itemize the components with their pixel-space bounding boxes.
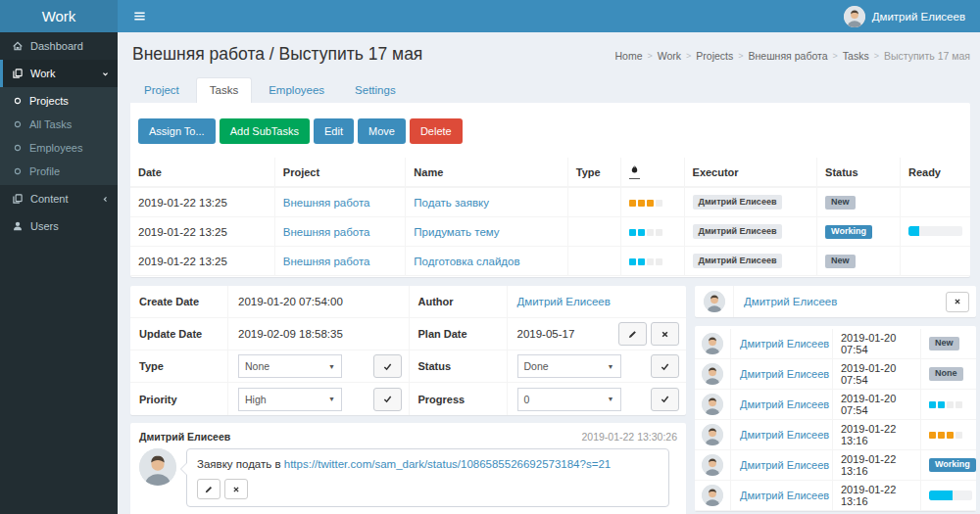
sidebar-item-employees[interactable]: Employees: [0, 136, 118, 160]
history-user-link[interactable]: Дмитрий Елисеев: [731, 329, 833, 358]
comment-text: Заявку подать в: [197, 458, 284, 470]
brand-logo[interactable]: Work: [0, 0, 118, 32]
breadcrumb-item[interactable]: Work: [658, 50, 681, 62]
user-name: Дмитрий Елисеев: [872, 11, 965, 23]
user-menu[interactable]: Дмитрий Елисеев: [829, 0, 980, 32]
confirm-button[interactable]: [651, 354, 679, 378]
breadcrumb-separator: >: [686, 51, 691, 61]
sidebar-item-users[interactable]: Users: [0, 212, 118, 240]
breadcrumb-item[interactable]: Внешняя работа: [749, 50, 828, 62]
avatar: [702, 454, 723, 476]
confirm-button[interactable]: [373, 388, 402, 411]
breadcrumb-item[interactable]: Projects: [696, 50, 733, 62]
detail-row-type: TypeNone▼: [130, 350, 409, 383]
check-icon: [382, 394, 393, 404]
task-status: New: [817, 187, 901, 217]
executor-name-link[interactable]: Дмитрий Елисеев: [734, 296, 946, 307]
status-badge: New: [929, 337, 959, 350]
select-value: None: [245, 360, 270, 372]
detail-row-create-date: Create Date2019-01-20 07:54:00: [130, 286, 409, 318]
history-date: 2019-01-22 13:16: [833, 481, 921, 510]
detail-label: Plan Date: [410, 318, 508, 350]
author-link[interactable]: Дмитрий Елисеев: [517, 296, 611, 307]
task-link[interactable]: Придумать тему: [414, 226, 499, 238]
cancel-button[interactable]: [651, 322, 679, 346]
tab-employees[interactable]: Employees: [255, 77, 338, 103]
priority-square: [947, 401, 954, 408]
close-icon: [231, 485, 241, 494]
close-icon: [953, 297, 962, 306]
sidebar-subitem-label: All Tasks: [29, 118, 72, 130]
history-avatar-cell: [695, 359, 731, 389]
circle-icon: [13, 119, 23, 129]
detail-value: 2019-01-20 07:54:00: [228, 296, 409, 307]
delete-button[interactable]: Delete: [410, 118, 463, 144]
sidebar-item-projects[interactable]: Projects: [0, 89, 118, 113]
task-link[interactable]: Подготовка слайдов: [414, 256, 519, 267]
priority-square: [938, 432, 945, 439]
remove-executor-button[interactable]: [946, 292, 969, 312]
cancel-button[interactable]: [224, 479, 248, 499]
sidebar-item-content[interactable]: Content: [0, 185, 118, 212]
breadcrumb-item[interactable]: Tasks: [843, 50, 869, 62]
status-badge: Working: [929, 458, 976, 472]
detail-text: 2019-01-20 07:54:00: [238, 296, 343, 307]
history-avatar-cell: [695, 390, 731, 419]
history-user-link[interactable]: Дмитрий Елисеев: [731, 420, 833, 449]
sidebar-item-all-tasks[interactable]: All Tasks: [0, 113, 118, 136]
sidebar-toggle-button[interactable]: [118, 0, 162, 32]
assign-to-button[interactable]: Assign To...: [138, 118, 216, 144]
priority-sort-link[interactable]: [629, 164, 640, 179]
select-progress[interactable]: 0▼: [517, 388, 621, 411]
priority-square: [656, 258, 662, 265]
select-status[interactable]: Done▼: [517, 354, 621, 378]
history-change: New: [921, 337, 976, 350]
sidebar-item-label: Users: [30, 220, 59, 232]
tab-tasks[interactable]: Tasks: [196, 77, 252, 103]
check-icon: [660, 394, 670, 404]
chevron-left-icon: [101, 195, 110, 204]
history-panel: Дмитрий Елисеев2019-01-20 07:54NewДмитри…: [695, 326, 976, 511]
copy-icon: [12, 68, 24, 79]
move-button[interactable]: Move: [358, 118, 406, 144]
detail-label: Update Date: [130, 318, 228, 350]
tasks-table: DateProjectNameTypeExecutorStatusReady 2…: [130, 158, 970, 276]
edit-button[interactable]: [197, 479, 220, 499]
history-avatar-cell: [695, 450, 731, 480]
comment-link[interactable]: https://twitter.com/sam_dark/status/1086…: [284, 458, 611, 470]
task-status: New: [817, 247, 901, 276]
breadcrumb-item[interactable]: Home: [614, 50, 642, 62]
project-link[interactable]: Внешняя работа: [283, 197, 370, 209]
history-user-link[interactable]: Дмитрий Елисеев: [731, 450, 833, 480]
history-change: [921, 432, 976, 439]
confirm-button[interactable]: [651, 388, 679, 411]
select-priority[interactable]: High▼: [238, 388, 342, 411]
task-date: 2019-01-22 13:25: [130, 187, 274, 217]
select-value: 0: [524, 394, 530, 405]
select-type[interactable]: None▼: [238, 354, 342, 378]
history-row: Дмитрий Елисеев2019-01-22 13:16Working: [695, 450, 976, 481]
history-user-link[interactable]: Дмитрий Елисеев: [731, 359, 833, 389]
select-value: Done: [524, 360, 549, 372]
tab-project[interactable]: Project: [130, 77, 193, 103]
edit-button[interactable]: [618, 322, 647, 346]
confirm-button[interactable]: [373, 354, 402, 378]
tab-settings[interactable]: Settings: [341, 77, 410, 103]
detail-value: 2019-02-09 18:58:35: [228, 328, 409, 340]
sidebar-item-dashboard[interactable]: Dashboard: [0, 32, 118, 60]
column-project: Project: [274, 158, 406, 187]
task-link[interactable]: Подать заявку: [414, 197, 489, 209]
tab-bar: ProjectTasksEmployeesSettings: [130, 77, 970, 103]
toolbar: Assign To...Add SubTasksEditMoveDelete: [130, 118, 970, 144]
add-subtasks-button[interactable]: Add SubTasks: [220, 118, 310, 144]
check-icon: [382, 361, 393, 372]
edit-button[interactable]: Edit: [314, 118, 354, 144]
project-link[interactable]: Внешняя работа: [283, 226, 370, 238]
pencil-icon: [204, 485, 214, 494]
column-ready: Ready: [900, 158, 970, 187]
project-link[interactable]: Внешняя работа: [283, 256, 370, 267]
sidebar-item-profile[interactable]: Profile: [0, 160, 118, 183]
history-user-link[interactable]: Дмитрий Елисеев: [731, 481, 833, 510]
sidebar-item-work[interactable]: Work: [0, 60, 118, 87]
history-user-link[interactable]: Дмитрий Елисеев: [731, 390, 833, 419]
